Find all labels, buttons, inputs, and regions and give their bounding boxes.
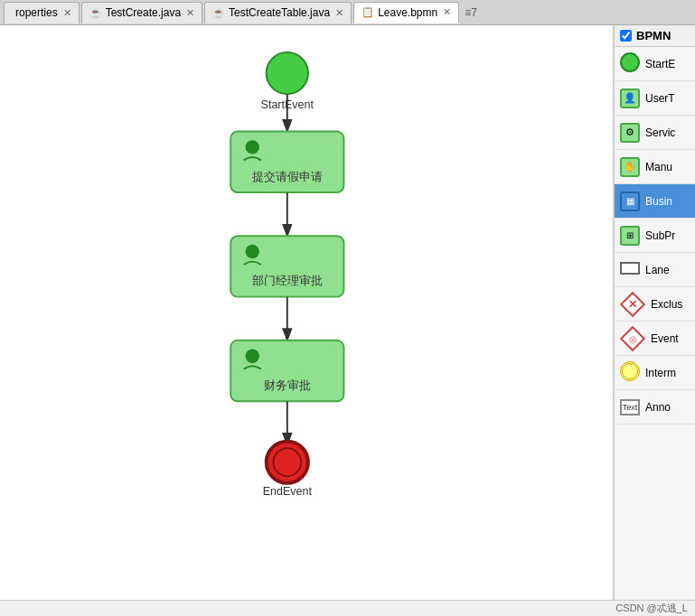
status-bar: CSDN @忒逃_L [0, 600, 695, 616]
tab-leave-bpmn-label: Leave.bpmn [378, 6, 437, 19]
lane-icon [620, 262, 640, 277]
sidebar-item-lane[interactable]: Lane [615, 253, 695, 287]
status-text: CSDN @忒逃_L [615, 602, 688, 615]
sidebar-item-event-gw-label: Event [651, 332, 679, 345]
start-event-icon [620, 52, 640, 75]
tab-leave-bpmn[interactable]: 📋 Leave.bpmn ✕ [353, 2, 459, 23]
task2-label: 部门经理审批 [252, 274, 323, 287]
event-gw-icon: ◎ [620, 330, 645, 348]
sidebar-item-annotation[interactable]: Text Anno [615, 390, 695, 425]
sidebar-item-start-event[interactable]: StartE [615, 47, 695, 81]
task2-person-head [246, 245, 259, 258]
canvas-area[interactable]: StartEvent 提交请假申请 部门经理审批 [0, 25, 614, 600]
tab-properties[interactable]: roperties ✕ [4, 2, 80, 23]
sidebar-item-annotation-label: Anno [645, 401, 671, 414]
sidebar-item-business-rule-label: Busin [645, 195, 672, 208]
task3-label: 财务审批 [264, 378, 311, 392]
tab-testcreatetable-label: TestCreateTable.java [229, 6, 330, 19]
bpmn-checkbox[interactable] [620, 30, 632, 42]
task3-person-head [246, 349, 259, 362]
bpmn-diagram: StartEvent 提交请假申请 部门经理审批 [0, 25, 613, 600]
main-content: StartEvent 提交请假申请 部门经理审批 [0, 25, 695, 600]
user-task-icon: 👤 [620, 89, 640, 108]
sidebar-item-exclusive-gw-label: Exclus [651, 298, 682, 311]
task3-shape[interactable] [230, 341, 343, 401]
intermediate-icon [620, 361, 640, 384]
tab-leave-bpmn-icon: 📋 [362, 6, 374, 18]
tab-overflow[interactable]: ≡7 [465, 6, 477, 19]
tab-testcreatetable-icon: ☕ [212, 7, 225, 19]
task1-label: 提交请假申请 [252, 170, 323, 183]
tab-testcreate-close[interactable]: ✕ [186, 7, 194, 19]
sidebar-item-service-task-label: Servic [645, 126, 675, 139]
sidebar-item-start-event-label: StartE [645, 58, 675, 70]
end-event-label: EndEvent [263, 485, 313, 498]
start-event-shape[interactable] [267, 52, 308, 94]
annotation-icon: Text [620, 399, 640, 415]
sidebar-item-user-task-label: UserT [645, 92, 675, 105]
tab-testcreate[interactable]: ☕ TestCreate.java ✕ [81, 2, 202, 23]
tab-properties-label: roperties [15, 6, 58, 19]
sidebar-item-manual-task-label: Manu [645, 161, 672, 173]
tab-testcreate-icon: ☕ [89, 7, 102, 19]
sidebar-item-subprocess-label: SubPr [645, 229, 675, 242]
sidebar-header: BPMN [615, 25, 695, 47]
tab-testcreate-label: TestCreate.java [106, 6, 181, 19]
task1-person-head [246, 140, 259, 154]
business-rule-icon: ▦ [620, 191, 640, 211]
tab-properties-close[interactable]: ✕ [63, 7, 71, 19]
tab-leave-bpmn-close[interactable]: ✕ [443, 6, 451, 18]
sidebar-item-business-rule[interactable]: ▦ Busin [615, 184, 695, 219]
sidebar-item-lane-label: Lane [645, 264, 670, 276]
service-task-icon: ⚙ [620, 123, 640, 143]
sidebar-title: BPMN [636, 29, 671, 42]
sidebar-item-exclusive-gw[interactable]: ✕ Exclus [615, 287, 695, 322]
sidebar-item-subprocess[interactable]: ⊞ SubPr [615, 219, 695, 253]
task1-shape[interactable] [230, 132, 343, 192]
sidebar-item-intermediate[interactable]: Interm [615, 356, 695, 390]
bpmn-sidebar: BPMN StartE 👤 UserT ⚙ Servic ✋ [614, 25, 695, 600]
sidebar-item-user-task[interactable]: 👤 UserT [615, 81, 695, 116]
sidebar-item-service-task[interactable]: ⚙ Servic [615, 116, 695, 150]
manual-task-icon: ✋ [620, 157, 640, 177]
sidebar-item-manual-task[interactable]: ✋ Manu [615, 150, 695, 184]
tab-testcreatetable-close[interactable]: ✕ [335, 7, 343, 19]
tab-bar: roperties ✕ ☕ TestCreate.java ✕ ☕ TestCr… [0, 0, 695, 25]
task2-shape[interactable] [230, 236, 343, 296]
subprocess-icon: ⊞ [620, 226, 640, 246]
exclusive-gw-icon: ✕ [620, 295, 645, 313]
tab-testcreatetable[interactable]: ☕ TestCreateTable.java ✕ [204, 2, 352, 23]
sidebar-item-event-gw[interactable]: ◎ Event [615, 322, 695, 356]
sidebar-item-intermediate-label: Interm [645, 367, 676, 379]
end-event-inner [273, 448, 301, 476]
